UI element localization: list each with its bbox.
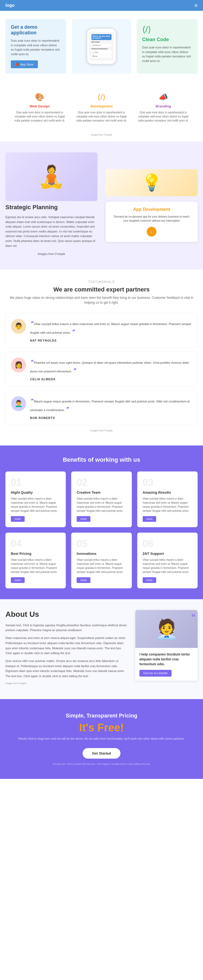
pricing-title: Simple, Transparent Pricing: [5, 713, 198, 719]
benefit-card-2: 02 Creative Team Vitae suscipit tellus m…: [71, 471, 132, 527]
web-design-icon: 🎨: [14, 92, 66, 102]
phone-destination-2: 🗼 Paris: [92, 50, 111, 54]
clean-code-card: ⟨/⟩ Clean Code Duis aute irure dolor in …: [137, 19, 198, 74]
benefit-more-5[interactable]: more: [76, 577, 90, 583]
app-dev-illustration: 💡: [106, 169, 198, 196]
benefit-more-3[interactable]: more: [143, 516, 157, 522]
pricing-section: Simple, Transparent Pricing It's Free! W…: [0, 699, 203, 779]
web-design-title: Web Design: [14, 104, 66, 108]
about-freepik: Image from Freepik: [5, 681, 127, 686]
benefit-title-5: Innovations: [76, 552, 126, 556]
benefit-more-4[interactable]: more: [11, 577, 25, 583]
app-dev-title: App Development: [111, 207, 192, 212]
strategic-freepik: Images from Freepik: [5, 250, 97, 256]
code-icon: ⟨/⟩: [142, 24, 192, 35]
strategic-section: 🧘 Strategic Planning Egestas dui id orna…: [0, 142, 203, 270]
phone-best-deals-label: Best Deals: [92, 41, 111, 43]
benefit-text-5: Vitae suscipit tellus mauris a diam maec…: [76, 558, 126, 574]
testimonial-name-1: NAT REYNOLDS: [30, 339, 192, 342]
person-illustration: 🧘: [38, 164, 65, 189]
avatar-1: 👨: [11, 319, 26, 334]
testimonial-name-3: BOB ROBERTS: [30, 416, 192, 420]
testimonial-content-1: ❝ Vitae suscipit tellus mauris a diam ma…: [30, 319, 192, 342]
benefit-card-1: 01 Hight Quality Vitae suscipit tellus m…: [5, 471, 66, 527]
development-text: Duis aute irure dolor in reprehenderit i…: [75, 110, 127, 123]
branding-icon: 📣: [137, 92, 189, 102]
benefit-title-3: Amazing Results: [143, 490, 192, 495]
strategic-left: 🧘 Strategic Planning Egestas dui id orna…: [5, 153, 97, 259]
about-text-2: Diam maecenas sed enim ut sem viverra al…: [5, 635, 127, 656]
benefit-card-5: 05 Innovations Vitae suscipit tellus mau…: [71, 533, 132, 589]
strategic-title: Strategic Planning: [5, 204, 97, 211]
pricing-footnote: Sample text. Click to select this text b…: [5, 763, 198, 765]
strategic-right: 💡 App Development Demand an on-demand ap…: [106, 169, 198, 242]
app-dev-text: Demand an on-demand app for your deliver…: [111, 215, 192, 223]
benefit-title-4: Best Pricing: [11, 552, 60, 556]
demo-text: Duis aute irure dolor in reprehenderit i…: [11, 38, 61, 56]
strategic-text1: Egestas dui id ornare arcu odio. Volutpa…: [5, 215, 97, 248]
clean-code-title: Clean Code: [142, 37, 192, 43]
branding-title: Branding: [137, 104, 189, 108]
person-emoji: 🧑‍💼: [155, 618, 178, 640]
phone-mockup-container: Where do you want to travel? Best Deals …: [72, 19, 131, 74]
testimonial-text-3: ❝ Mauris augue neque gravida in fermentu…: [30, 396, 192, 414]
testimonials-freepik: Images from Freepik: [5, 429, 198, 435]
benefit-title-6: 24/7 Support: [143, 552, 192, 556]
demo-title: Get a demo application: [11, 24, 61, 36]
about-text-3: Quis viverra nibh cras pulvinar mattis. …: [5, 659, 127, 679]
phone-destination-3: 🌴 Bali: [92, 54, 111, 58]
benefit-text-1: Vitae suscipit tellus mauris a diam maec…: [11, 496, 60, 513]
avatar-2: 👩: [11, 358, 26, 372]
person-quote: I help companies tincidunt tortor aliqua…: [135, 648, 198, 681]
quote-open-1: ❝: [30, 320, 33, 326]
benefit-text-6: Vitae suscipit tellus mauris a diam maec…: [143, 558, 192, 574]
testimonial-card-2: 👩 ❝ Pharetra vel turpis nunc eget lorem.…: [5, 352, 198, 387]
phone-screen: Where do you want to travel? Best Deals …: [89, 32, 114, 60]
person-quote-text: I help companies tincidunt tortor aliqua…: [140, 652, 193, 667]
testimonials-subtitle: We place huge value on strong relationsh…: [5, 295, 198, 305]
apple-icon: 🍎: [15, 62, 19, 66]
about-section: About Us Sample text. Click to Egestas e…: [0, 599, 203, 699]
benefit-more-1[interactable]: more: [11, 516, 25, 522]
benefit-number-1: 01: [11, 477, 60, 488]
about-left: About Us Sample text. Click to Egestas e…: [5, 610, 127, 688]
benefit-more-2[interactable]: more: [76, 516, 90, 522]
person-photo: 🧑‍💼 ❝: [135, 610, 198, 648]
navbar: logo ≡: [0, 0, 203, 11]
get-started-button[interactable]: Get Started: [82, 748, 121, 759]
person-card: 🧑‍💼 ❝ I help companies tincidunt tortor …: [135, 610, 198, 681]
phone-popular-label: Popular Destinations: [92, 48, 111, 49]
benefit-number-6: 06: [143, 538, 192, 549]
benefit-more-6[interactable]: more: [143, 577, 157, 583]
benefit-title-1: Hight Quality: [11, 490, 60, 495]
appstore-button[interactable]: 🍎 App Store: [11, 60, 38, 68]
hamburger-icon[interactable]: ≡: [194, 2, 198, 9]
benefit-number-2: 02: [76, 477, 126, 488]
strategic-illustration: 🧘: [5, 153, 97, 201]
linkedin-button[interactable]: Find me on LinkedIn: [140, 670, 171, 677]
testimonial-card-3: 👨‍🦱 ❝ Mauris augue neque gravida in ferm…: [5, 391, 198, 425]
demo-card: Get a demo application Duis aute irure d…: [5, 19, 66, 74]
testimonials-label: TESTIMONIALS: [5, 280, 198, 283]
phone-header-text: Where do you want to travel?: [93, 35, 110, 39]
benefits-section: Benefits of working with us 01 Hight Qua…: [0, 445, 203, 599]
benefit-card-3: 03 Amazing Results Vitae suscipit tellus…: [137, 471, 198, 527]
about-text-1: Sample text. Click to Egestas egestas fr…: [5, 623, 127, 633]
feature-branding: 📣 Branding Duis aute irure dolor in repr…: [135, 87, 192, 128]
about-title: About Us: [5, 610, 127, 619]
hero-section: Get a demo application Duis aute irure d…: [0, 11, 203, 82]
web-design-text: Duis aute irure dolor in reprehenderit i…: [14, 110, 66, 123]
testimonial-content-3: ❝ Mauris augue neque gravida in fermentu…: [30, 396, 192, 420]
quote-close-1: ❞: [71, 329, 75, 335]
development-icon: ⟨/⟩: [75, 92, 127, 102]
phone-mockup: Where do you want to travel? Best Deals …: [87, 28, 116, 64]
benefit-number-4: 04: [11, 538, 60, 549]
benefit-number-3: 03: [143, 477, 192, 488]
app-dev-button[interactable]: ↓: [147, 227, 157, 237]
features-freepik-note: Image from Freepik: [5, 134, 198, 139]
large-quote-icon: ❝: [191, 612, 195, 622]
benefit-text-3: Vitae suscipit tellus mauris a diam maec…: [143, 496, 192, 513]
pricing-description: Words click to drag here and we will do …: [5, 737, 198, 741]
benefits-grid: 01 Hight Quality Vitae suscipit tellus m…: [5, 471, 198, 589]
appstore-label: App Store: [20, 63, 33, 66]
